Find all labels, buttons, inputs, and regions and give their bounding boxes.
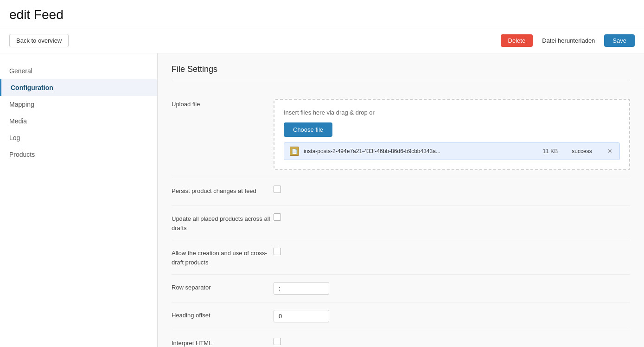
file-status: success: [572, 148, 592, 154]
interpret-html-checkbox[interactable]: [274, 338, 281, 345]
file-remove-button[interactable]: ×: [606, 148, 614, 155]
allow-cross-draft-label: Allow the creation and use of cross-draf…: [172, 248, 274, 267]
persist-product-checkbox[interactable]: [274, 186, 281, 193]
heading-offset-input[interactable]: [274, 310, 329, 322]
sidebar: General Configuration Mapping Media Log …: [0, 53, 158, 347]
heading-offset-row: Heading offset: [172, 302, 630, 330]
heading-offset-label: Heading offset: [172, 310, 274, 320]
persist-product-label: Persist product changes at feed: [172, 186, 274, 196]
sidebar-item-configuration[interactable]: Configuration: [0, 79, 157, 96]
sidebar-item-general[interactable]: General: [0, 63, 157, 79]
delete-button[interactable]: Delete: [501, 34, 533, 47]
choose-file-button[interactable]: Choose file: [284, 122, 332, 137]
heading-offset-control: [274, 310, 630, 322]
sidebar-item-media[interactable]: Media: [0, 113, 157, 129]
sidebar-item-mapping[interactable]: Mapping: [0, 96, 157, 113]
page-header: edit Feed: [0, 0, 644, 28]
main-layout: General Configuration Mapping Media Log …: [0, 53, 644, 347]
upload-area[interactable]: Insert files here via drag & drop or Cho…: [274, 99, 630, 170]
allow-cross-draft-control: [274, 248, 630, 257]
upload-file-row: Upload file Insert files here via drag &…: [172, 91, 630, 178]
interpret-html-control: [274, 338, 630, 347]
sidebar-item-log[interactable]: Log: [0, 129, 157, 146]
update-placed-row: Update all placed products across all dr…: [172, 206, 630, 240]
row-separator-control: [274, 282, 630, 295]
upload-hint: Insert files here via drag & drop or: [284, 109, 620, 116]
update-placed-control: [274, 213, 630, 222]
sidebar-item-products[interactable]: Products: [0, 146, 157, 163]
row-separator-row: Row separator: [172, 275, 630, 302]
update-placed-label: Update all placed products across all dr…: [172, 213, 274, 232]
row-separator-input[interactable]: [274, 282, 329, 295]
file-item: 📄 insta-posts-2-494e7a21-433f-46bb-86d6-…: [284, 142, 620, 160]
download-button[interactable]: Datei herunterladen: [537, 34, 599, 47]
row-separator-label: Row separator: [172, 282, 274, 292]
content-area: File Settings Upload file Insert files h…: [158, 53, 644, 347]
upload-file-control: Insert files here via drag & drop or Cho…: [274, 99, 630, 170]
allow-cross-draft-row: Allow the creation and use of cross-draf…: [172, 240, 630, 275]
persist-product-control: [274, 186, 630, 194]
save-button[interactable]: Save: [604, 34, 635, 47]
file-name: insta-posts-2-494e7a21-433f-46bb-86d6-b9…: [304, 148, 538, 154]
section-title: File Settings: [172, 64, 630, 80]
toolbar-left: Back to overview: [9, 34, 69, 47]
toolbar: Back to overview Delete Datei herunterla…: [0, 28, 644, 53]
interpret-html-label: Interpret HTML: [172, 338, 274, 347]
interpret-html-row: Interpret HTML: [172, 330, 630, 347]
persist-product-row: Persist product changes at feed: [172, 178, 630, 206]
file-size: 11 KB: [543, 148, 558, 154]
file-type-icon: 📄: [290, 147, 299, 156]
update-placed-checkbox[interactable]: [274, 213, 281, 221]
page-title: edit Feed: [9, 7, 635, 22]
back-to-overview-button[interactable]: Back to overview: [9, 34, 69, 47]
upload-file-label: Upload file: [172, 99, 274, 109]
allow-cross-draft-checkbox[interactable]: [274, 248, 281, 255]
toolbar-right: Delete Datei herunterladen Save: [501, 34, 635, 47]
